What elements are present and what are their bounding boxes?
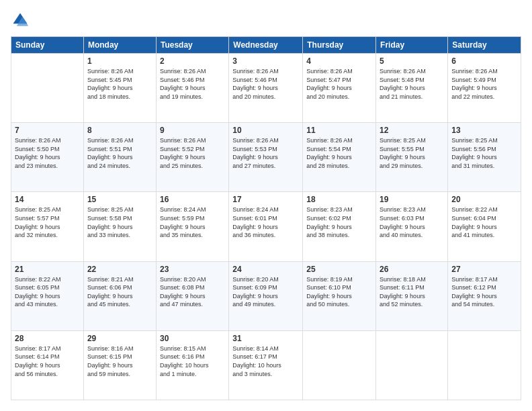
day-number: 4 xyxy=(306,56,372,66)
calendar-cell: 25Sunrise: 8:19 AM Sunset: 6:10 PM Dayli… xyxy=(303,261,376,330)
day-number: 24 xyxy=(232,265,299,274)
calendar-cell: 28Sunrise: 8:17 AM Sunset: 6:14 PM Dayli… xyxy=(11,330,84,400)
calendar-cell: 13Sunrise: 8:25 AM Sunset: 5:56 PM Dayli… xyxy=(448,123,521,192)
calendar-cell: 24Sunrise: 8:20 AM Sunset: 6:09 PM Dayli… xyxy=(229,261,303,330)
calendar-week-row: 28Sunrise: 8:17 AM Sunset: 6:14 PM Dayli… xyxy=(11,330,521,400)
day-info: Sunrise: 8:23 AM Sunset: 6:03 PM Dayligh… xyxy=(380,205,444,239)
calendar-cell: 2Sunrise: 8:26 AM Sunset: 5:46 PM Daylig… xyxy=(156,54,228,123)
day-number: 20 xyxy=(451,195,517,204)
day-info: Sunrise: 8:26 AM Sunset: 5:47 PM Dayligh… xyxy=(306,67,372,101)
day-info: Sunrise: 8:20 AM Sunset: 6:09 PM Dayligh… xyxy=(232,275,299,309)
calendar-cell: 10Sunrise: 8:26 AM Sunset: 5:53 PM Dayli… xyxy=(229,123,303,192)
weekday-header: Friday xyxy=(376,37,448,54)
calendar-cell: 30Sunrise: 8:15 AM Sunset: 6:16 PM Dayli… xyxy=(156,330,228,400)
day-info: Sunrise: 8:15 AM Sunset: 6:16 PM Dayligh… xyxy=(160,345,225,378)
calendar-cell: 4Sunrise: 8:26 AM Sunset: 5:47 PM Daylig… xyxy=(303,54,376,123)
day-info: Sunrise: 8:26 AM Sunset: 5:45 PM Dayligh… xyxy=(87,67,152,101)
calendar-cell: 16Sunrise: 8:24 AM Sunset: 5:59 PM Dayli… xyxy=(156,192,228,261)
day-number: 31 xyxy=(232,334,299,343)
day-number: 3 xyxy=(232,56,299,66)
day-info: Sunrise: 8:25 AM Sunset: 5:57 PM Dayligh… xyxy=(15,205,80,239)
day-info: Sunrise: 8:17 AM Sunset: 6:14 PM Dayligh… xyxy=(15,345,80,378)
calendar-cell: 1Sunrise: 8:26 AM Sunset: 5:45 PM Daylig… xyxy=(83,54,156,123)
day-info: Sunrise: 8:26 AM Sunset: 5:53 PM Dayligh… xyxy=(232,136,299,170)
logo-icon xyxy=(11,11,30,30)
calendar-cell: 21Sunrise: 8:22 AM Sunset: 6:05 PM Dayli… xyxy=(11,261,84,330)
day-number: 23 xyxy=(160,265,225,274)
calendar-cell: 31Sunrise: 8:14 AM Sunset: 6:17 PM Dayli… xyxy=(229,330,303,400)
day-info: Sunrise: 8:25 AM Sunset: 5:58 PM Dayligh… xyxy=(87,205,152,239)
day-number: 22 xyxy=(87,265,152,274)
day-number: 27 xyxy=(451,265,517,274)
day-info: Sunrise: 8:26 AM Sunset: 5:46 PM Dayligh… xyxy=(232,67,299,101)
day-info: Sunrise: 8:18 AM Sunset: 6:11 PM Dayligh… xyxy=(380,275,444,309)
calendar-cell xyxy=(448,330,521,400)
day-number: 19 xyxy=(380,195,444,204)
day-info: Sunrise: 8:22 AM Sunset: 6:04 PM Dayligh… xyxy=(451,205,517,239)
day-number: 9 xyxy=(160,126,225,135)
calendar-cell xyxy=(376,330,448,400)
day-number: 6 xyxy=(451,56,517,66)
calendar-cell: 7Sunrise: 8:26 AM Sunset: 5:50 PM Daylig… xyxy=(11,123,84,192)
day-number: 29 xyxy=(87,334,152,343)
calendar-week-row: 7Sunrise: 8:26 AM Sunset: 5:50 PM Daylig… xyxy=(11,123,521,192)
day-info: Sunrise: 8:24 AM Sunset: 5:59 PM Dayligh… xyxy=(160,205,225,239)
day-number: 14 xyxy=(15,195,80,204)
day-info: Sunrise: 8:22 AM Sunset: 6:05 PM Dayligh… xyxy=(15,275,80,309)
weekday-header: Tuesday xyxy=(156,37,228,54)
calendar-cell: 12Sunrise: 8:25 AM Sunset: 5:55 PM Dayli… xyxy=(376,123,448,192)
day-number: 26 xyxy=(380,265,444,274)
calendar-cell: 23Sunrise: 8:20 AM Sunset: 6:08 PM Dayli… xyxy=(156,261,228,330)
calendar-cell: 26Sunrise: 8:18 AM Sunset: 6:11 PM Dayli… xyxy=(376,261,448,330)
calendar-week-row: 21Sunrise: 8:22 AM Sunset: 6:05 PM Dayli… xyxy=(11,261,521,330)
weekday-header: Saturday xyxy=(448,37,521,54)
calendar-cell: 19Sunrise: 8:23 AM Sunset: 6:03 PM Dayli… xyxy=(376,192,448,261)
calendar-cell: 17Sunrise: 8:24 AM Sunset: 6:01 PM Dayli… xyxy=(229,192,303,261)
day-number: 11 xyxy=(306,126,372,135)
day-number: 30 xyxy=(160,334,225,343)
calendar-cell: 27Sunrise: 8:17 AM Sunset: 6:12 PM Dayli… xyxy=(448,261,521,330)
day-info: Sunrise: 8:25 AM Sunset: 5:55 PM Dayligh… xyxy=(380,136,444,170)
calendar-week-row: 1Sunrise: 8:26 AM Sunset: 5:45 PM Daylig… xyxy=(11,54,521,123)
day-info: Sunrise: 8:26 AM Sunset: 5:52 PM Dayligh… xyxy=(160,136,225,170)
calendar-cell: 5Sunrise: 8:26 AM Sunset: 5:48 PM Daylig… xyxy=(376,54,448,123)
weekday-header-row: SundayMondayTuesdayWednesdayThursdayFrid… xyxy=(11,37,521,54)
day-number: 5 xyxy=(380,56,444,66)
calendar-cell: 11Sunrise: 8:26 AM Sunset: 5:54 PM Dayli… xyxy=(303,123,376,192)
weekday-header: Thursday xyxy=(303,37,376,54)
day-info: Sunrise: 8:26 AM Sunset: 5:51 PM Dayligh… xyxy=(87,136,152,170)
day-info: Sunrise: 8:26 AM Sunset: 5:48 PM Dayligh… xyxy=(380,67,444,101)
day-info: Sunrise: 8:26 AM Sunset: 5:49 PM Dayligh… xyxy=(451,67,517,101)
day-number: 16 xyxy=(160,195,225,204)
logo xyxy=(11,11,32,30)
calendar-cell: 14Sunrise: 8:25 AM Sunset: 5:57 PM Dayli… xyxy=(11,192,84,261)
calendar-cell: 3Sunrise: 8:26 AM Sunset: 5:46 PM Daylig… xyxy=(229,54,303,123)
day-number: 10 xyxy=(232,126,299,135)
calendar-cell: 22Sunrise: 8:21 AM Sunset: 6:06 PM Dayli… xyxy=(83,261,156,330)
weekday-header: Sunday xyxy=(11,37,84,54)
calendar-cell: 6Sunrise: 8:26 AM Sunset: 5:49 PM Daylig… xyxy=(448,54,521,123)
day-info: Sunrise: 8:23 AM Sunset: 6:02 PM Dayligh… xyxy=(306,205,372,239)
calendar-cell: 29Sunrise: 8:16 AM Sunset: 6:15 PM Dayli… xyxy=(83,330,156,400)
day-number: 17 xyxy=(232,195,299,204)
day-number: 7 xyxy=(15,126,80,135)
calendar-page: SundayMondayTuesdayWednesdayThursdayFrid… xyxy=(0,0,532,411)
header xyxy=(11,11,521,30)
day-number: 1 xyxy=(87,56,152,66)
calendar-cell: 15Sunrise: 8:25 AM Sunset: 5:58 PM Dayli… xyxy=(83,192,156,261)
weekday-header: Wednesday xyxy=(229,37,303,54)
day-info: Sunrise: 8:24 AM Sunset: 6:01 PM Dayligh… xyxy=(232,205,299,239)
day-number: 13 xyxy=(451,126,517,135)
day-info: Sunrise: 8:19 AM Sunset: 6:10 PM Dayligh… xyxy=(306,275,372,309)
day-info: Sunrise: 8:26 AM Sunset: 5:50 PM Dayligh… xyxy=(15,136,80,170)
calendar-cell: 18Sunrise: 8:23 AM Sunset: 6:02 PM Dayli… xyxy=(303,192,376,261)
day-info: Sunrise: 8:26 AM Sunset: 5:46 PM Dayligh… xyxy=(160,67,225,101)
day-number: 28 xyxy=(15,334,80,343)
day-info: Sunrise: 8:21 AM Sunset: 6:06 PM Dayligh… xyxy=(87,275,152,309)
day-info: Sunrise: 8:17 AM Sunset: 6:12 PM Dayligh… xyxy=(451,275,517,309)
weekday-header: Monday xyxy=(83,37,156,54)
day-info: Sunrise: 8:16 AM Sunset: 6:15 PM Dayligh… xyxy=(87,345,152,378)
day-number: 12 xyxy=(380,126,444,135)
day-number: 21 xyxy=(15,265,80,274)
day-info: Sunrise: 8:25 AM Sunset: 5:56 PM Dayligh… xyxy=(451,136,517,170)
